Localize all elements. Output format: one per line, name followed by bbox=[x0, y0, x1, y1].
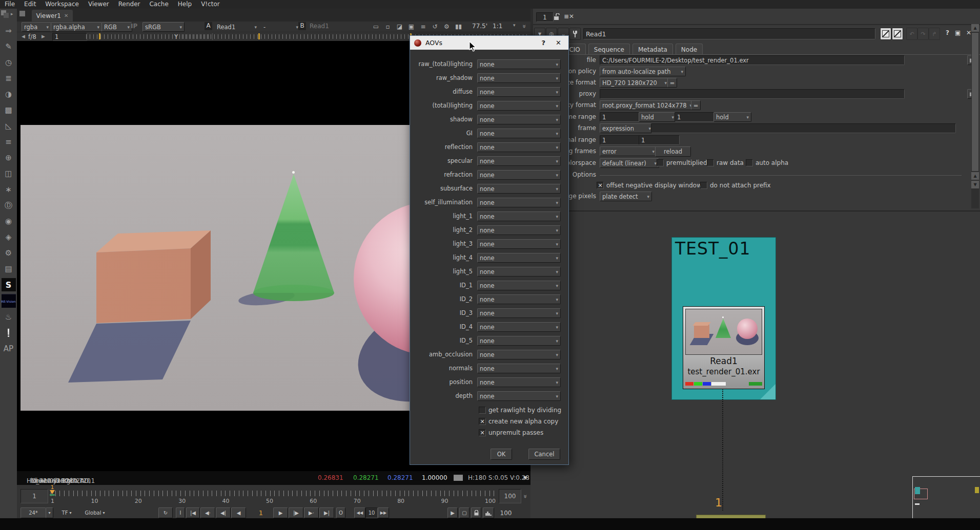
aov-dropdown[interactable]: none▾ bbox=[477, 308, 561, 318]
layers-icon[interactable]: ≡ bbox=[418, 22, 428, 31]
node-name-field[interactable]: Read1 bbox=[583, 28, 875, 39]
toolbar-collapse-icon[interactable]: » bbox=[523, 22, 526, 30]
dialog-titlebar[interactable]: AOVs ? ✕ bbox=[410, 36, 568, 50]
aov-dropdown[interactable]: none▾ bbox=[477, 322, 561, 332]
frame-mode-dropdown[interactable]: expression▾ bbox=[600, 123, 654, 133]
properties-tab[interactable]: Metadata bbox=[632, 44, 673, 55]
node-graph-pane[interactable]: TEST_01 Read1 test_render_01.exr bbox=[530, 210, 980, 518]
zoom-level[interactable]: 77.5' bbox=[472, 23, 487, 30]
timeline-ruler[interactable]: 1102030405060708090100 1 bbox=[51, 486, 496, 507]
aov-dropdown[interactable]: none▾ bbox=[477, 267, 561, 277]
hide-input-button[interactable] bbox=[880, 28, 891, 40]
frame-expression-field[interactable] bbox=[651, 123, 956, 133]
aov-dropdown[interactable]: none▾ bbox=[477, 198, 561, 207]
range-end-field[interactable]: 100 bbox=[499, 489, 521, 503]
offset-negative-checkbox[interactable]: ✕ bbox=[597, 182, 604, 189]
play-backward-button[interactable]: ◀ bbox=[231, 507, 246, 518]
b-input-dropdown[interactable]: Read1 bbox=[310, 23, 329, 30]
pause-icon[interactable]: ▮▮ bbox=[453, 22, 464, 31]
revert-button[interactable]: ↱ bbox=[929, 28, 940, 40]
lock-range-button[interactable] bbox=[471, 507, 481, 518]
first-frame-button[interactable]: |◀ bbox=[186, 507, 200, 518]
unlock-icon[interactable] bbox=[554, 13, 560, 20]
edge-pixels-dropdown[interactable]: plate detect▾ bbox=[600, 192, 652, 201]
aov-dropdown[interactable]: none▾ bbox=[477, 377, 561, 387]
menu-item[interactable]: Viewer bbox=[84, 0, 114, 9]
proxy-ratio-arrow[interactable]: ▾ bbox=[513, 23, 516, 28]
forward-one-frame-button[interactable]: |▶ bbox=[289, 507, 303, 518]
gain-slider-handle[interactable] bbox=[99, 33, 100, 39]
pane-content-icon[interactable] bbox=[19, 11, 25, 16]
scrollbar-thumb[interactable] bbox=[972, 33, 978, 171]
proxy-format-dropdown[interactable]: root.proxy_format 1024x778▾ bbox=[600, 100, 693, 110]
keyer-icon[interactable]: ◺ bbox=[2, 119, 16, 133]
info-expand-icon[interactable]: ▼ bbox=[523, 475, 527, 480]
pane-split-handle-2[interactable] bbox=[4, 13, 9, 18]
dialog-checkbox[interactable]: ✕ bbox=[479, 407, 486, 414]
properties-tab[interactable]: Node bbox=[676, 44, 703, 55]
frame-range-mode-dropdown[interactable]: Global▾ bbox=[79, 507, 110, 518]
file-field[interactable]: C:/Users/FOURMILE-2/Desktop/test_render_… bbox=[600, 55, 905, 65]
dialog-checkbox[interactable]: ✕ bbox=[479, 418, 486, 425]
wipe-mode-dropdown[interactable]: -▾ bbox=[261, 22, 301, 32]
menu-item[interactable]: Cache bbox=[145, 0, 173, 9]
channel-icon[interactable]: ≣ bbox=[2, 72, 16, 85]
deep-icon[interactable]: Ⓓ bbox=[2, 199, 16, 212]
aov-dropdown[interactable]: none▾ bbox=[477, 211, 561, 221]
last-frame-button[interactable]: ▶| bbox=[319, 507, 334, 518]
frame-range-end-field[interactable]: 1 bbox=[675, 112, 716, 122]
scroll-up-icon-2[interactable]: ▲ bbox=[971, 172, 979, 180]
a-input-dropdown[interactable]: Read1▾ bbox=[214, 22, 259, 32]
fstop-prev-icon[interactable]: ◀ bbox=[22, 34, 25, 39]
missing-frames-dropdown[interactable]: error▾ bbox=[600, 146, 657, 156]
help-button[interactable]: ? bbox=[946, 29, 949, 36]
colorspace-dropdown[interactable]: default (linear)▾ bbox=[600, 158, 659, 168]
aov-dropdown[interactable]: none▾ bbox=[477, 239, 561, 249]
in-point-button[interactable]: I bbox=[176, 507, 185, 518]
viewer-connection-wire[interactable] bbox=[722, 389, 724, 511]
refresh-icon[interactable]: ↺ bbox=[430, 22, 440, 31]
ok-button[interactable]: OK bbox=[491, 449, 512, 460]
close-all-panels-icon[interactable]: ≡✕ bbox=[564, 13, 574, 20]
fps-dropdown[interactable]: 24* bbox=[21, 507, 46, 518]
menu-item[interactable]: Workspace bbox=[40, 0, 84, 9]
aov-dropdown[interactable]: none▾ bbox=[477, 184, 561, 194]
viewer1-node-edge[interactable] bbox=[696, 515, 766, 518]
menu-item[interactable]: Render bbox=[114, 0, 145, 9]
fstop-next-icon[interactable]: ▶ bbox=[42, 34, 45, 39]
menu-item[interactable]: V!ctor bbox=[196, 0, 224, 9]
aov-dropdown[interactable]: none▾ bbox=[477, 156, 561, 166]
viewer-lut-dropdown[interactable]: sRGB▾ bbox=[142, 22, 185, 32]
properties-scrollbar[interactable]: ▲ ▲ ▼ bbox=[971, 24, 979, 208]
auto-alpha-checkbox[interactable]: ✕ bbox=[746, 159, 753, 166]
timeline-mode-dropdown[interactable]: TF▾ bbox=[56, 507, 77, 518]
ram-cache-button[interactable] bbox=[483, 507, 494, 518]
original-range-end-field[interactable]: 1 bbox=[639, 135, 680, 145]
alert-icon[interactable]: ❕ bbox=[2, 326, 16, 340]
stop-button[interactable]: ▢ bbox=[459, 507, 469, 518]
aov-dropdown[interactable]: none▾ bbox=[477, 391, 561, 401]
aov-dropdown[interactable]: none▾ bbox=[477, 225, 561, 235]
next-keyframe-button[interactable]: ▶· bbox=[304, 507, 319, 518]
aov-dropdown[interactable]: none▾ bbox=[477, 142, 561, 152]
read1-node[interactable]: Read1 test_render_01.exr bbox=[683, 306, 765, 389]
transform-icon[interactable]: ⊕ bbox=[2, 151, 16, 164]
reload-button[interactable]: reload bbox=[655, 146, 691, 157]
close-panel-button[interactable]: ✕ bbox=[966, 29, 971, 36]
format-dropdown[interactable]: HD_720 1280x720▾ bbox=[600, 78, 669, 88]
views-icon[interactable]: ◉ bbox=[2, 215, 16, 228]
pane-menu-arrow[interactable]: ▸ bbox=[11, 11, 13, 16]
aov-dropdown[interactable]: none▾ bbox=[477, 129, 561, 138]
proxy-format-equals-button[interactable]: = bbox=[691, 100, 701, 110]
proxy-field[interactable] bbox=[600, 89, 905, 99]
particles-icon[interactable]: ∗ bbox=[2, 183, 16, 196]
range-start-field[interactable]: 1 bbox=[21, 489, 48, 503]
input-process-toggle[interactable]: IP bbox=[131, 23, 137, 30]
aov-dropdown[interactable]: none▾ bbox=[477, 59, 561, 69]
dialog-close-button[interactable]: ✕ bbox=[553, 39, 564, 47]
fit-frame-icon[interactable]: ▭ bbox=[371, 22, 381, 31]
node-graph-minimap[interactable] bbox=[912, 476, 980, 518]
properties-tab[interactable]: Sequence bbox=[588, 44, 630, 55]
flipbook-button[interactable]: ▶ bbox=[447, 507, 458, 518]
do-not-attach-prefix-checkbox[interactable]: ✕ bbox=[700, 182, 707, 189]
